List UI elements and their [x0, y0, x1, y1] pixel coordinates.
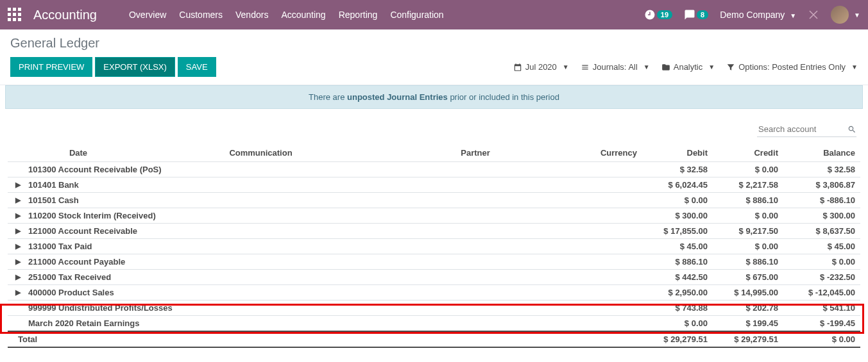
table-row[interactable]: ▶400000 Product Sales$ 2,950.00$ 14,995.… [8, 285, 860, 300]
table-row[interactable]: ▶110200 Stock Interim (Received)$ 300.00… [8, 208, 860, 224]
col-credit: Credit [713, 144, 783, 162]
expand-caret-icon[interactable]: ▶ [15, 258, 21, 266]
search-icon[interactable] [847, 125, 856, 134]
account-name[interactable]: 101300 Account Receivable (PoS) [8, 162, 642, 177]
messages-badge: 8 [697, 10, 708, 19]
cell-debit: $ 32.58 [642, 162, 713, 177]
print-preview-button[interactable]: PRINT PREVIEW [10, 57, 92, 77]
debug-icon[interactable] [808, 9, 819, 21]
cell-credit: $ 199.45 [713, 316, 783, 332]
cell-debit: $ 2,950.00 [642, 285, 713, 300]
expand-caret-icon[interactable]: ▶ [15, 211, 21, 220]
expand-caret-icon[interactable]: ▶ [15, 273, 21, 281]
cell-credit: $ 9,217.50 [713, 224, 783, 239]
table-row[interactable]: ▶101401 Bank$ 6,024.45$ 2,217.58$ 3,806.… [8, 177, 860, 193]
expand-caret-icon[interactable]: ▶ [15, 242, 21, 251]
nav-link-vendors[interactable]: Vendors [235, 10, 268, 20]
table-row[interactable]: ▶101501 Cash$ 0.00$ 886.10$ -886.10 [8, 193, 860, 208]
table-row[interactable]: 999999 Undistributed Profits/Losses$ 743… [8, 300, 860, 316]
nav-right: 19 8 Demo Company ▼ ▼ [644, 6, 860, 24]
cell-credit: $ 2,217.58 [713, 177, 783, 193]
account-name[interactable]: ▶110200 Stock Interim (Received) [8, 208, 642, 224]
expand-caret-icon[interactable]: ▶ [15, 288, 21, 297]
account-name[interactable]: ▶400000 Product Sales [8, 285, 642, 300]
account-name[interactable]: ▶251000 Tax Received [8, 270, 642, 285]
table-row[interactable]: ▶211000 Account Payable$ 886.10$ 886.10$… [8, 254, 860, 270]
unposted-entries-alert[interactable]: There are unposted Journal Entries prior… [5, 85, 863, 109]
cell-credit: $ 0.00 [713, 239, 783, 254]
clock-icon [644, 9, 656, 21]
nav-link-accounting[interactable]: Accounting [281, 10, 325, 20]
cell-credit: $ 202.78 [713, 300, 783, 316]
date-filter[interactable]: Jul 2020 ▼ [513, 62, 569, 72]
messages-button[interactable]: 8 [684, 9, 708, 21]
account-name[interactable]: ▶101501 Cash [8, 193, 642, 208]
breadcrumb: General Ledger [10, 36, 858, 51]
table-row[interactable]: ▶121000 Account Receivable$ 17,855.00$ 9… [8, 224, 860, 239]
company-switcher[interactable]: Demo Company ▼ [720, 10, 796, 20]
table-row[interactable]: 101300 Account Receivable (PoS)$ 32.58$ … [8, 162, 860, 177]
cell-credit: $ 14,995.00 [713, 285, 783, 300]
options-filter[interactable]: Options: Posted Entries Only ▼ [726, 62, 858, 72]
export-xlsx-button[interactable]: EXPORT (XLSX) [95, 57, 175, 77]
navbar: Accounting Overview Customers Vendors Ac… [0, 0, 868, 29]
cell-debit: $ 17,855.00 [642, 224, 713, 239]
total-balance: $ 0.00 [783, 331, 860, 347]
nav-link-reporting[interactable]: Reporting [339, 10, 378, 20]
account-name[interactable]: ▶211000 Account Payable [8, 254, 642, 270]
analytic-filter[interactable]: Analytic ▼ [661, 62, 715, 72]
calendar-icon [513, 63, 522, 72]
table-header-row: Date Communication Partner Currency Debi… [8, 144, 860, 162]
save-button[interactable]: SAVE [178, 57, 216, 77]
table-row[interactable]: March 2020 Retain Earnings$ 0.00$ 199.45… [8, 316, 860, 332]
cell-debit: $ 0.00 [642, 193, 713, 208]
cell-credit: $ 0.00 [713, 162, 783, 177]
control-panel: General Ledger PRINT PREVIEW EXPORT (XLS… [0, 29, 868, 85]
cell-credit: $ 0.00 [713, 208, 783, 224]
cell-debit: $ 0.00 [642, 316, 713, 332]
cell-credit: $ 675.00 [713, 270, 783, 285]
cell-balance: $ -199.45 [783, 316, 860, 332]
table-row[interactable]: ▶131000 Tax Paid$ 45.00$ 0.00$ 45.00 [8, 239, 860, 254]
cell-debit: $ 886.10 [642, 254, 713, 270]
timer-badge: 19 [657, 10, 672, 19]
funnel-icon [726, 63, 735, 72]
search-account-input[interactable] [757, 122, 847, 136]
cell-balance: $ 8,637.50 [783, 224, 860, 239]
cell-debit: $ 743.88 [642, 300, 713, 316]
journals-filter[interactable]: Journals: All ▼ [581, 62, 650, 72]
caret-down-icon: ▼ [854, 12, 860, 19]
expand-caret-icon[interactable]: ▶ [15, 227, 21, 235]
account-name[interactable]: March 2020 Retain Earnings [8, 316, 642, 332]
total-debit: $ 29,279.51 [642, 331, 713, 347]
account-name[interactable]: ▶131000 Tax Paid [8, 239, 642, 254]
table-row[interactable]: ▶251000 Tax Received$ 442.50$ 675.00$ -2… [8, 270, 860, 285]
col-communication: Communication [149, 144, 373, 162]
col-balance: Balance [783, 144, 860, 162]
account-name[interactable]: ▶101401 Bank [8, 177, 642, 193]
cell-credit: $ 886.10 [713, 254, 783, 270]
col-partner: Partner [373, 144, 578, 162]
app-brand[interactable]: Accounting [33, 8, 97, 22]
total-row: Total$ 29,279.51$ 29,279.51$ 0.00 [8, 331, 860, 347]
nav-links: Overview Customers Vendors Accounting Re… [129, 10, 444, 20]
timer-button[interactable]: 19 [644, 9, 672, 21]
expand-caret-icon[interactable]: ▶ [15, 196, 21, 204]
account-name[interactable]: ▶121000 Account Receivable [8, 224, 642, 239]
ledger-table: Date Communication Partner Currency Debi… [8, 144, 860, 348]
report-area: Date Communication Partner Currency Debi… [0, 109, 868, 348]
apps-icon[interactable] [8, 8, 22, 22]
nav-link-overview[interactable]: Overview [129, 10, 166, 20]
user-menu[interactable]: ▼ [831, 6, 860, 24]
cell-debit: $ 6,024.45 [642, 177, 713, 193]
col-date: Date [8, 144, 149, 162]
avatar [831, 6, 849, 24]
nav-link-configuration[interactable]: Configuration [390, 10, 443, 20]
expand-caret-icon[interactable]: ▶ [15, 181, 21, 189]
book-icon [581, 63, 590, 72]
cell-debit: $ 45.00 [642, 239, 713, 254]
account-name[interactable]: 999999 Undistributed Profits/Losses [8, 300, 642, 316]
nav-link-customers[interactable]: Customers [179, 10, 223, 20]
cell-balance: $ 300.00 [783, 208, 860, 224]
cell-debit: $ 442.50 [642, 270, 713, 285]
